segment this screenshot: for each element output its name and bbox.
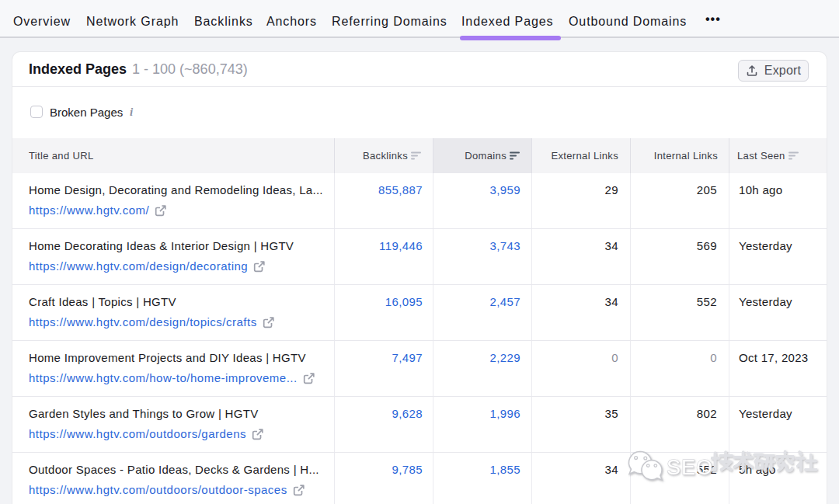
- svg-text:SEO: SEO: [667, 456, 713, 479]
